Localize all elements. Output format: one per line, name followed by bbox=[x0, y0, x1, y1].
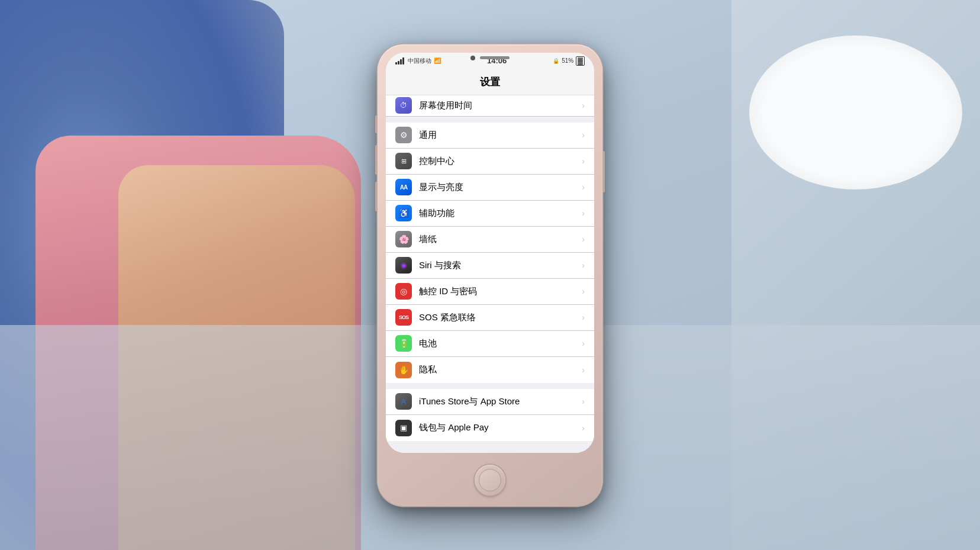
wallet-icon: ▣ bbox=[395, 420, 412, 436]
signal-bar-3 bbox=[400, 59, 402, 65]
accessibility-chevron: › bbox=[582, 208, 585, 218]
settings-row-control[interactable]: ⊞ 控制中心 › bbox=[386, 149, 594, 175]
front-camera bbox=[470, 56, 475, 60]
touchid-chevron: › bbox=[582, 287, 585, 296]
display-label: 显示与亮度 bbox=[419, 182, 579, 193]
home-button[interactable] bbox=[475, 465, 505, 496]
wallet-chevron: › bbox=[582, 423, 585, 433]
itunes-label: iTunes Store与 App Store bbox=[419, 396, 579, 407]
display-icon: AA bbox=[395, 179, 412, 195]
control-chevron: › bbox=[582, 156, 585, 166]
volume-down-button bbox=[375, 182, 378, 211]
phone-device: 中国移动 📶 14:06 🔒 51% ▓ 设置 bbox=[378, 44, 602, 506]
siri-chevron: › bbox=[582, 260, 585, 270]
settings-row-general[interactable]: ⚙ 通用 › bbox=[386, 123, 594, 149]
accessibility-icon: ♿ bbox=[395, 205, 412, 221]
itunes-icon: A bbox=[395, 393, 412, 410]
screentime-label: 屏幕使用时间 bbox=[419, 100, 579, 111]
touchid-label: 触控 ID 与密码 bbox=[419, 286, 579, 297]
general-label: 通用 bbox=[419, 130, 579, 141]
home-button-ring bbox=[479, 469, 501, 491]
sos-label: SOS 紧急联络 bbox=[419, 312, 579, 323]
status-right: 🔒 51% ▓ bbox=[553, 56, 585, 66]
phone-screen: 中国移动 📶 14:06 🔒 51% ▓ 设置 bbox=[386, 53, 594, 453]
touchid-icon: ◎ bbox=[395, 283, 412, 300]
phone-body: 中国移动 📶 14:06 🔒 51% ▓ 设置 bbox=[378, 44, 602, 506]
general-icon: ⚙ bbox=[395, 127, 412, 143]
wallpaper-icon: 🌸 bbox=[395, 231, 412, 247]
plate-decoration bbox=[749, 36, 962, 189]
signal-bar-4 bbox=[402, 57, 404, 65]
signal-icon bbox=[395, 57, 404, 65]
wifi-icon: 📶 bbox=[434, 57, 441, 64]
screentime-icon: ⏱ bbox=[395, 97, 412, 114]
control-label: 控制中心 bbox=[419, 156, 579, 167]
wallet-label: 钱包与 Apple Pay bbox=[419, 422, 579, 433]
accessibility-label: 辅助功能 bbox=[419, 208, 579, 219]
battery-icon: ▓ bbox=[576, 56, 585, 66]
section-gap-1 bbox=[386, 117, 594, 123]
lock-icon: 🔒 bbox=[553, 58, 559, 64]
wallpaper-chevron: › bbox=[582, 234, 585, 244]
settings-row-wallet[interactable]: ▣ 钱包与 Apple Pay › bbox=[386, 415, 594, 441]
control-icon: ⊞ bbox=[395, 153, 412, 169]
mute-button bbox=[375, 115, 378, 133]
settings-row-display[interactable]: AA 显示与亮度 › bbox=[386, 175, 594, 201]
settings-row-siri[interactable]: ◉ Siri 与搜索 › bbox=[386, 253, 594, 279]
general-chevron: › bbox=[582, 130, 585, 140]
signal-bar-1 bbox=[395, 62, 397, 65]
carrier-label: 中国移动 bbox=[408, 57, 431, 65]
section-gap-2 bbox=[386, 383, 594, 389]
display-chevron: › bbox=[582, 182, 585, 192]
power-button bbox=[602, 151, 605, 192]
earpiece-speaker bbox=[480, 56, 510, 59]
settings-list[interactable]: ⏱ 屏幕使用时间 › ⚙ 通用 › bbox=[386, 95, 594, 453]
battery-label: 电池 bbox=[419, 338, 579, 349]
settings-row-battery[interactable]: 🔋 电池 › bbox=[386, 331, 594, 357]
itunes-chevron: › bbox=[582, 397, 585, 406]
volume-up-button bbox=[375, 145, 378, 175]
privacy-chevron: › bbox=[582, 365, 585, 375]
wallpaper-label: 墙纸 bbox=[419, 234, 579, 245]
settings-row-touchid[interactable]: ◎ 触控 ID 与密码 › bbox=[386, 279, 594, 305]
battery-icon-row: 🔋 bbox=[395, 335, 412, 352]
settings-row-screentime[interactable]: ⏱ 屏幕使用时间 › bbox=[386, 95, 594, 117]
signal-bar-2 bbox=[398, 61, 399, 65]
status-left: 中国移动 📶 bbox=[395, 57, 441, 65]
settings-row-itunes[interactable]: A iTunes Store与 App Store › bbox=[386, 389, 594, 415]
privacy-label: 隐私 bbox=[419, 364, 579, 375]
siri-icon: ◉ bbox=[395, 257, 412, 274]
battery-percentage: 51% bbox=[562, 57, 573, 64]
siri-label: Siri 与搜索 bbox=[419, 260, 579, 271]
settings-section-1: ⚙ 通用 › ⊞ 控制中心 › bbox=[386, 123, 594, 383]
screentime-icon-symbol: ⏱ bbox=[400, 101, 407, 110]
sos-chevron: › bbox=[582, 313, 585, 322]
screen-content: 中国移动 📶 14:06 🔒 51% ▓ 设置 bbox=[386, 53, 594, 453]
battery-chevron: › bbox=[582, 339, 585, 348]
nav-title-bar: 设置 bbox=[386, 69, 594, 95]
page-title: 设置 bbox=[480, 75, 500, 89]
settings-row-accessibility[interactable]: ♿ 辅助功能 › bbox=[386, 201, 594, 227]
privacy-icon: ✋ bbox=[395, 362, 412, 378]
screentime-chevron: › bbox=[582, 101, 585, 110]
settings-row-privacy[interactable]: ✋ 隐私 › bbox=[386, 357, 594, 383]
sos-icon: SOS bbox=[395, 309, 412, 326]
settings-section-2: A iTunes Store与 App Store › ▣ 钱包与 Apple … bbox=[386, 389, 594, 441]
phone-top-bar bbox=[454, 53, 526, 63]
settings-row-wallpaper[interactable]: 🌸 墙纸 › bbox=[386, 227, 594, 253]
settings-row-sos[interactable]: SOS SOS 紧急联络 › bbox=[386, 305, 594, 331]
